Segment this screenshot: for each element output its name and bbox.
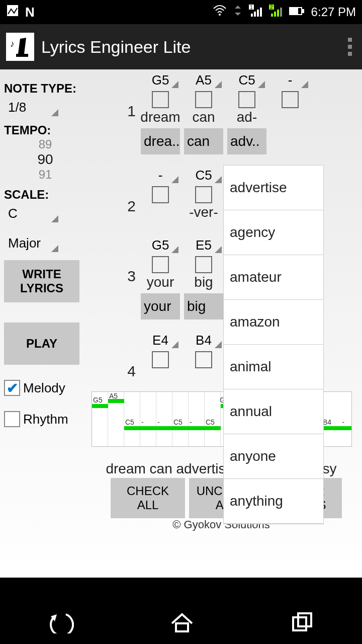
svg-rect-13 <box>274 12 276 17</box>
autocomplete-item[interactable]: annual <box>224 389 323 434</box>
svg-text:1: 1 <box>250 5 253 10</box>
overflow-menu-icon[interactable] <box>348 38 352 56</box>
word-tag[interactable]: adv.. <box>227 128 266 154</box>
note-select[interactable]: C5 <box>229 72 265 88</box>
image-icon <box>6 4 19 20</box>
write-lyrics-button[interactable]: WRITE LYRICS <box>4 260 79 302</box>
navigation-bar <box>0 578 362 644</box>
melody-label: Melody <box>23 380 65 396</box>
svg-rect-22 <box>176 623 188 631</box>
roll-label: - <box>190 418 192 426</box>
back-icon[interactable] <box>48 611 74 635</box>
sim1-signal-icon: 1 <box>249 5 263 20</box>
melody-checkbox[interactable] <box>4 380 20 396</box>
roll-label: C5 <box>125 418 134 426</box>
data-updown-icon <box>233 5 243 20</box>
svg-rect-24 <box>298 613 311 626</box>
home-icon[interactable] <box>170 611 194 635</box>
status-time: 6:27 PM <box>311 5 356 19</box>
check-all-button[interactable]: CHECK ALL <box>111 478 185 518</box>
note-select[interactable]: - <box>272 72 308 88</box>
app-icon: ♪ <box>6 33 34 61</box>
svg-rect-9 <box>260 8 262 17</box>
note-select[interactable]: B4 <box>186 333 222 348</box>
line-num: 3 <box>90 237 141 285</box>
play-button[interactable]: PLAY <box>4 323 79 365</box>
tempo-wheel[interactable]: 89 90 91 <box>4 137 86 182</box>
note-select[interactable]: - <box>142 168 178 183</box>
content-area: NOTE TYPE: 1/8 TEMPO: 89 90 91 SCALE: C … <box>0 69 362 578</box>
note-select[interactable]: E4 <box>142 333 178 348</box>
tempo-next: 91 <box>39 168 52 182</box>
scale-mode-spinner[interactable]: Major <box>4 233 59 253</box>
autocomplete-item[interactable]: agency <box>224 210 323 255</box>
roll-label: - <box>157 418 160 426</box>
cell-checkbox[interactable] <box>152 351 169 368</box>
line-num: 4 <box>90 333 141 380</box>
cell-checkbox[interactable] <box>195 91 212 108</box>
recent-apps-icon[interactable] <box>290 611 314 635</box>
roll-label: - <box>342 418 344 426</box>
cell-checkbox[interactable] <box>195 351 212 368</box>
svg-marker-3 <box>235 13 241 16</box>
cell-checkbox[interactable] <box>282 91 299 108</box>
note-select[interactable]: E5 <box>186 237 222 253</box>
svg-text:2: 2 <box>270 5 273 10</box>
scale-label: SCALE: <box>4 188 86 202</box>
svg-marker-2 <box>235 6 241 9</box>
note-select[interactable]: C5 <box>186 168 222 183</box>
syllable: big <box>194 274 213 290</box>
autocomplete-item[interactable]: advertise <box>224 166 323 210</box>
svg-rect-8 <box>257 10 259 17</box>
rhythm-label: Rhythm <box>23 412 68 427</box>
app-title: Lyrics Engineer Lite <box>41 37 191 57</box>
svg-rect-18 <box>298 8 301 14</box>
roll-label: - <box>141 418 144 426</box>
autocomplete-dropdown: advertise agency amateur amazon animal a… <box>223 165 324 524</box>
svg-rect-15 <box>280 8 282 17</box>
svg-rect-23 <box>293 617 306 630</box>
svg-rect-14 <box>277 10 279 17</box>
rhythm-checkbox[interactable] <box>4 411 20 427</box>
n-icon: N <box>25 5 35 20</box>
word-tag[interactable]: drea.. <box>141 128 180 154</box>
note-select[interactable]: G5 <box>142 72 178 88</box>
note-type-spinner[interactable]: 1/8 <box>4 98 59 117</box>
note-select[interactable]: G5 <box>142 237 178 253</box>
svg-rect-6 <box>251 14 253 17</box>
syllable: can <box>192 109 215 125</box>
roll-label: B4 <box>323 418 331 426</box>
cell-checkbox[interactable] <box>152 91 169 108</box>
scale-root-spinner[interactable]: C <box>4 204 59 223</box>
tempo-prev: 89 <box>39 137 52 151</box>
autocomplete-item[interactable]: animal <box>224 345 323 389</box>
line-num: 1 <box>90 72 141 120</box>
syllable: dream <box>140 109 180 125</box>
sidebar: NOTE TYPE: 1/8 TEMPO: 89 90 91 SCALE: C … <box>0 69 90 433</box>
svg-point-1 <box>219 14 221 16</box>
line-1: 1 G5dream A5can C5ad- - <box>90 72 359 125</box>
sim2-signal-icon: 2 <box>269 5 283 20</box>
note-type-label: NOTE TYPE: <box>4 82 86 96</box>
svg-rect-7 <box>254 12 256 17</box>
cell-checkbox[interactable] <box>238 91 255 108</box>
status-bar: N 1 2 6:27 PM <box>0 0 362 24</box>
cell-checkbox[interactable] <box>195 186 212 203</box>
syllable: ad- <box>237 109 257 125</box>
note-select[interactable]: A5 <box>186 72 222 88</box>
syllable: your <box>147 274 174 290</box>
autocomplete-item[interactable]: anything <box>224 479 323 524</box>
word-tags-row-1: drea.. can adv.. <box>141 127 359 154</box>
autocomplete-item[interactable]: anyone <box>224 434 323 479</box>
autocomplete-item[interactable]: amateur <box>224 255 323 300</box>
autocomplete-item[interactable]: amazon <box>224 300 323 345</box>
word-tag[interactable]: big <box>184 293 223 319</box>
word-tag[interactable]: can <box>184 128 223 154</box>
word-tag[interactable]: your <box>141 293 180 319</box>
svg-rect-20 <box>16 54 28 57</box>
cell-checkbox[interactable] <box>152 256 169 273</box>
cell-checkbox[interactable] <box>152 186 169 203</box>
cell-checkbox[interactable] <box>195 256 212 273</box>
roll-label: G5 <box>93 396 103 404</box>
roll-label: C5 <box>173 418 183 426</box>
